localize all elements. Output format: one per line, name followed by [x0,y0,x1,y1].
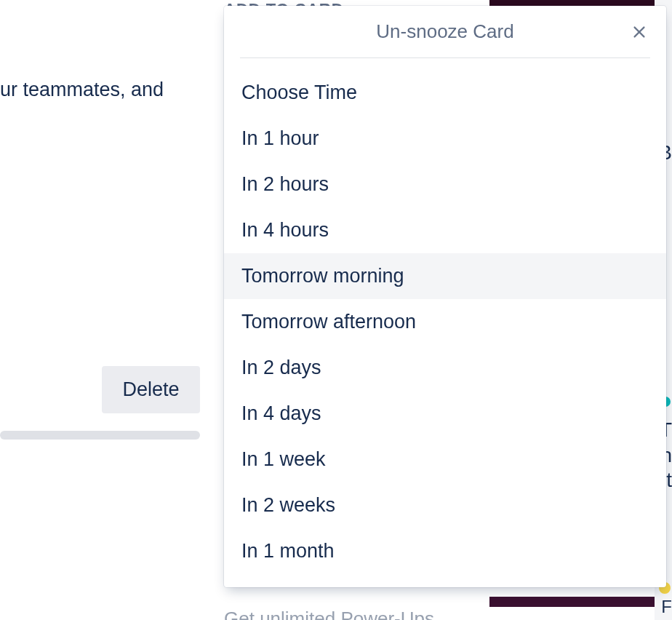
close-button[interactable] [628,21,650,43]
option-in-4-days[interactable]: In 4 days [224,391,666,437]
unsnooze-popover: Un-snooze Card Choose Time In 1 hour In … [224,6,666,587]
option-tomorrow-morning[interactable]: Tomorrow morning [224,253,666,299]
option-choose-time[interactable]: Choose Time [224,70,666,116]
delete-button[interactable]: Delete [102,366,200,413]
popover-title: Un-snooze Card [376,20,513,43]
partial-text: F [661,597,672,617]
bg-decoration [489,597,664,607]
close-icon [631,24,647,40]
teammates-text: ur teammates, and [0,79,164,101]
option-in-4-hours[interactable]: In 4 hours [224,207,666,253]
option-in-1-week[interactable]: In 1 week [224,437,666,482]
option-in-1-hour[interactable]: In 1 hour [224,116,666,162]
scrollbar-track[interactable] [0,431,200,440]
popover-body: Choose Time In 1 hour In 2 hours In 4 ho… [224,58,666,587]
popover-header: Un-snooze Card [240,6,650,58]
option-in-2-weeks[interactable]: In 2 weeks [224,482,666,528]
option-in-2-days[interactable]: In 2 days [224,345,666,391]
option-in-1-month[interactable]: In 1 month [224,528,666,574]
option-tomorrow-afternoon[interactable]: Tomorrow afternoon [224,299,666,345]
option-in-2-hours[interactable]: In 2 hours [224,162,666,207]
bg-decoration [489,0,664,6]
powerups-text: Get unlimited Power-Ups. [224,608,439,620]
partial-text: t [666,469,672,492]
